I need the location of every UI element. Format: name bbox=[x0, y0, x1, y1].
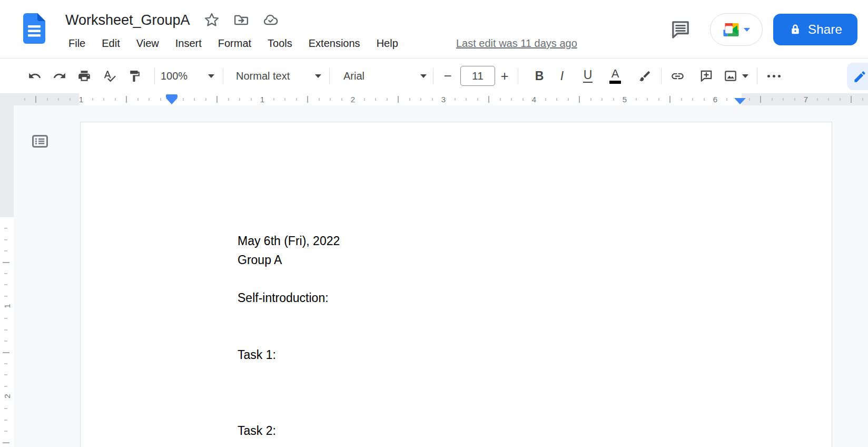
toolbar-divider bbox=[329, 68, 330, 84]
move-folder-icon[interactable] bbox=[233, 12, 249, 28]
editing-mode-button[interactable] bbox=[847, 63, 868, 90]
meet-dropdown-caret-icon[interactable] bbox=[744, 28, 750, 32]
ruler-tick bbox=[58, 98, 59, 101]
doc-paragraph[interactable] bbox=[238, 383, 340, 402]
join-meet-button[interactable] bbox=[710, 13, 763, 46]
menu-bar: FileEditViewInsertFormatToolsExtensionsH… bbox=[68, 34, 398, 53]
underline-button[interactable]: U bbox=[576, 64, 600, 88]
ruler-number: 5 bbox=[623, 93, 627, 105]
app-header: Worksheet_GroupA FileEditViewInsertForma… bbox=[0, 0, 868, 58]
ruler-tick bbox=[47, 98, 48, 101]
menu-tools[interactable]: Tools bbox=[268, 34, 292, 53]
right-indent-marker[interactable] bbox=[734, 98, 746, 104]
undo-button[interactable] bbox=[23, 64, 47, 88]
ruler-tick bbox=[817, 98, 818, 101]
doc-paragraph[interactable]: Task 1: bbox=[238, 345, 340, 364]
doc-paragraph[interactable] bbox=[238, 307, 340, 326]
paint-format-button[interactable] bbox=[122, 64, 146, 88]
ruler-number: 1 bbox=[3, 299, 12, 313]
last-edit-link[interactable]: Last edit was 11 days ago bbox=[456, 34, 577, 53]
print-button[interactable] bbox=[72, 64, 96, 88]
insert-image-caret-icon[interactable] bbox=[742, 74, 748, 78]
more-options-button[interactable] bbox=[762, 64, 786, 88]
ruler-number: 7 bbox=[804, 93, 808, 105]
ruler-tick bbox=[4, 363, 7, 364]
ruler-number: 1 bbox=[260, 93, 264, 105]
ruler-tick bbox=[126, 96, 127, 103]
italic-button[interactable]: I bbox=[550, 64, 574, 88]
ruler-tick bbox=[4, 284, 7, 285]
ruler-tick bbox=[4, 296, 7, 297]
zoom-select[interactable]: 100% bbox=[161, 64, 214, 88]
decrease-font-size-button[interactable]: − bbox=[437, 64, 458, 88]
doc-paragraph[interactable]: Task 2: bbox=[238, 421, 340, 440]
doc-paragraph[interactable] bbox=[238, 326, 340, 345]
title-row: Worksheet_GroupA bbox=[65, 9, 279, 31]
text-color-glyph: A bbox=[611, 68, 619, 84]
cloud-saved-icon[interactable] bbox=[263, 12, 279, 28]
add-comment-button[interactable] bbox=[694, 64, 718, 88]
ruler-tick bbox=[636, 98, 637, 101]
horizontal-ruler[interactable]: 11234567 bbox=[0, 93, 868, 105]
insert-link-button[interactable] bbox=[665, 64, 689, 88]
increase-font-size-button[interactable]: + bbox=[494, 64, 515, 88]
doc-paragraph[interactable]: Group A bbox=[238, 250, 340, 269]
insert-image-button[interactable] bbox=[719, 64, 742, 88]
menu-file[interactable]: File bbox=[68, 34, 85, 53]
show-document-outline-icon[interactable] bbox=[31, 132, 50, 151]
menu-insert[interactable]: Insert bbox=[175, 34, 202, 53]
ruler-tick bbox=[3, 442, 9, 443]
ruler-tick bbox=[364, 98, 365, 101]
document-page[interactable]: May 6th (Fri), 2022Group A Self-introduc… bbox=[80, 122, 832, 447]
doc-paragraph[interactable]: May 6th (Fri), 2022 bbox=[238, 231, 340, 250]
doc-paragraph[interactable] bbox=[238, 364, 340, 383]
menu-view[interactable]: View bbox=[136, 34, 159, 53]
ruler-tick bbox=[137, 98, 139, 101]
ruler-tick bbox=[545, 98, 546, 101]
ruler-tick bbox=[420, 98, 421, 101]
menu-edit[interactable]: Edit bbox=[102, 34, 120, 53]
ruler-tick bbox=[658, 98, 659, 101]
ruler-tick bbox=[601, 98, 603, 101]
redo-button[interactable] bbox=[47, 64, 72, 88]
ruler-tick bbox=[4, 374, 7, 375]
bold-button[interactable]: B bbox=[527, 64, 551, 88]
doc-paragraph[interactable] bbox=[238, 269, 340, 288]
ruler-number: 1 bbox=[79, 93, 83, 105]
ruler-tick bbox=[3, 352, 9, 353]
share-button[interactable]: Share bbox=[773, 14, 857, 45]
ruler-tick bbox=[183, 98, 184, 101]
text-color-button[interactable]: A bbox=[603, 64, 627, 88]
vertical-ruler[interactable]: 12 bbox=[0, 105, 14, 447]
document-canvas: May 6th (Fri), 2022Group A Self-introduc… bbox=[14, 105, 868, 447]
ruler-tick bbox=[4, 408, 7, 409]
font-family-select[interactable]: Arial bbox=[343, 64, 427, 88]
spell-check-button[interactable] bbox=[97, 64, 122, 88]
first-line-indent-marker[interactable] bbox=[166, 94, 177, 98]
ruler-tick bbox=[398, 96, 399, 103]
open-comment-history-icon[interactable] bbox=[670, 19, 691, 40]
ruler-tick bbox=[828, 98, 829, 101]
paragraph-style-select[interactable]: Normal text bbox=[236, 64, 321, 88]
menu-format[interactable]: Format bbox=[218, 34, 251, 53]
google-docs-logo-icon[interactable] bbox=[23, 13, 45, 44]
star-icon[interactable] bbox=[204, 12, 220, 28]
ruler-tick bbox=[92, 98, 93, 101]
toolbar-divider bbox=[518, 68, 518, 84]
menu-extensions[interactable]: Extensions bbox=[309, 34, 360, 53]
doc-paragraph[interactable]: Self-introduction: bbox=[238, 288, 340, 307]
document-text[interactable]: May 6th (Fri), 2022Group A Self-introduc… bbox=[238, 231, 340, 440]
highlight-color-button[interactable] bbox=[633, 64, 657, 88]
menu-help[interactable]: Help bbox=[377, 34, 398, 53]
ruler-tick bbox=[273, 98, 274, 101]
document-title[interactable]: Worksheet_GroupA bbox=[65, 12, 190, 28]
font-family-value: Arial bbox=[343, 70, 364, 82]
doc-paragraph[interactable] bbox=[238, 402, 340, 421]
ruler-tick bbox=[70, 98, 71, 101]
left-indent-marker[interactable] bbox=[166, 98, 177, 104]
ruler-tick bbox=[251, 98, 252, 101]
font-size-input[interactable]: 11 bbox=[460, 66, 495, 86]
ruler-tick bbox=[4, 420, 7, 421]
ruler-tick bbox=[239, 98, 240, 101]
ruler-tick bbox=[4, 250, 7, 251]
